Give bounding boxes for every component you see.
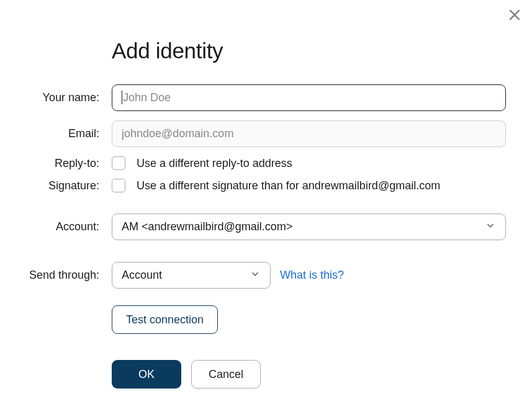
email-label: Email: [25,127,112,140]
chevron-down-icon [485,220,496,234]
account-select[interactable]: AM <andrewmailbird@gmail.com> [112,213,506,240]
chevron-down-icon [250,268,261,282]
email-input[interactable] [112,120,506,147]
dialog-title: Add identity [112,38,507,63]
test-connection-button[interactable]: Test connection [112,305,218,334]
send-through-select[interactable]: Account [112,262,271,289]
account-select-value: AM <andrewmailbird@gmail.com> [122,220,292,233]
cancel-button[interactable]: Cancel [191,360,261,389]
name-label: Your name: [25,91,112,104]
ok-button[interactable]: OK [112,360,181,389]
add-identity-dialog: Add identity Your name: John Doe Email: … [0,0,532,389]
name-input[interactable]: John Doe [112,84,506,111]
signature-label: Signature: [25,179,112,192]
signature-checkbox[interactable] [112,179,125,192]
close-icon[interactable] [508,7,521,24]
what-is-this-link[interactable]: What is this? [280,269,344,282]
name-placeholder: John Doe [123,91,171,104]
reply-to-checkbox[interactable] [112,156,125,170]
reply-to-checkbox-label: Use a different reply-to address [137,157,292,170]
send-through-select-value: Account [122,269,162,282]
send-through-label: Send through: [25,269,112,282]
signature-checkbox-label: Use a different signature than for andre… [137,179,440,192]
reply-to-label: Reply-to: [25,157,112,170]
account-label: Account: [25,220,112,233]
